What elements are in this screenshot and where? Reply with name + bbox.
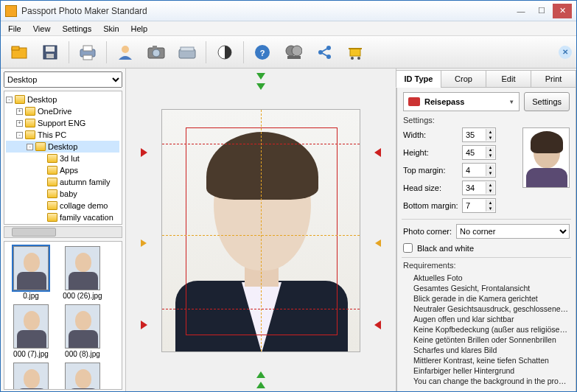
crop-topleft-icon[interactable]: [141, 148, 147, 157]
maximize-button[interactable]: ☐: [532, 4, 551, 18]
save-button[interactable]: [36, 40, 64, 65]
menu-settings[interactable]: Settings: [56, 23, 97, 35]
bottom-inner-handle-icon[interactable]: [256, 371, 265, 378]
spin-down-icon[interactable]: ▼: [486, 188, 494, 194]
svg-rect-4: [46, 54, 54, 58]
panel-close-icon[interactable]: ✕: [559, 46, 572, 59]
folder-icon: [47, 213, 57, 222]
tree-node[interactable]: -This PC: [6, 129, 119, 141]
requirement-item: Einfarbiger heller Hintergrund: [413, 365, 570, 376]
menu-skin[interactable]: Skin: [97, 23, 125, 35]
thumbnail-item[interactable]: 0.jpg: [9, 246, 53, 300]
open-button[interactable]: [5, 40, 33, 65]
bottom-handle-icon[interactable]: [256, 382, 265, 388]
top-handle-icon[interactable]: [256, 73, 265, 80]
svg-rect-25: [350, 49, 360, 56]
tree-node[interactable]: baby: [6, 188, 119, 200]
height-spinner[interactable]: 45▲▼: [462, 145, 496, 160]
spin-up-icon[interactable]: ▲: [486, 200, 494, 206]
spin-up-icon[interactable]: ▲: [486, 129, 494, 135]
crop-botleft-icon[interactable]: [141, 321, 147, 329]
tree-node[interactable]: +OneDrive: [6, 105, 119, 117]
help-button[interactable]: ?: [248, 40, 276, 65]
doc-type-select[interactable]: Reisepass ▼: [403, 92, 520, 111]
width-spinner[interactable]: 35▲▼: [462, 127, 496, 142]
tree-node[interactable]: -Desktop: [6, 141, 119, 153]
tree-node[interactable]: Apps: [6, 164, 119, 176]
tab-crop[interactable]: Crop: [441, 70, 486, 88]
top-inner-handle-icon[interactable]: [256, 83, 265, 90]
close-button[interactable]: ✕: [553, 4, 572, 18]
left-panel: Desktop -Desktop+OneDrive+Support ENG-Th…: [1, 69, 126, 392]
svg-point-27: [351, 57, 354, 60]
spin-up-icon[interactable]: ▲: [486, 164, 494, 170]
spin-up-icon[interactable]: ▲: [486, 182, 494, 188]
corner-select[interactable]: No corner: [456, 224, 570, 239]
passport-icon: [408, 97, 420, 106]
spin-down-icon[interactable]: ▼: [486, 206, 494, 211]
tree-scrollbar[interactable]: [4, 226, 122, 238]
tree-node[interactable]: family vacation: [6, 211, 119, 223]
menu-bar: FileViewSettingsSkinHelp: [1, 21, 576, 36]
thumbnail-item[interactable]: 000 (26).jpg: [60, 246, 105, 300]
crop-rectangle[interactable]: [186, 127, 338, 335]
menu-view[interactable]: View: [27, 23, 57, 35]
tree-node[interactable]: 3d lut: [6, 153, 119, 164]
tree-toggle-icon[interactable]: +: [16, 108, 23, 115]
thumbnail-item[interactable]: 000 (7).jpg: [9, 304, 53, 358]
thumbnail-item[interactable]: 000 (8).jpg: [60, 304, 105, 358]
thumbnail-grid[interactable]: 0.jpg000 (26).jpg000 (7).jpg000 (8).jpg0…: [4, 241, 122, 390]
tree-node[interactable]: +Support ENG: [6, 117, 119, 129]
doc-settings-button[interactable]: Settings: [524, 92, 570, 111]
crop-botright-icon[interactable]: [374, 321, 381, 329]
spin-down-icon[interactable]: ▼: [486, 153, 494, 158]
right-panel: ID TypeCropEditPrint Reisepass ▼ Setting…: [396, 69, 576, 392]
tree-node[interactable]: collage demo: [6, 200, 119, 211]
bottommargin-spinner[interactable]: 7▲▼: [462, 198, 496, 213]
tree-toggle-icon[interactable]: +: [16, 120, 23, 127]
minimize-button[interactable]: —: [511, 4, 531, 18]
tree-node[interactable]: autumn family: [6, 176, 119, 188]
location-select[interactable]: Desktop: [4, 71, 122, 88]
thumbnail-item[interactable]: photo (58).jpg: [60, 363, 105, 390]
menu-help[interactable]: Help: [125, 23, 154, 35]
folder-tree[interactable]: -Desktop+OneDrive+Support ENG-This PC-De…: [4, 91, 122, 225]
svg-rect-19: [287, 56, 301, 59]
field-label-height: Height:: [403, 148, 462, 157]
tree-label: family vacation: [60, 211, 113, 223]
svg-text:?: ?: [260, 49, 265, 57]
camera-button[interactable]: [142, 40, 170, 65]
requirement-item: Aktuelles Foto: [413, 273, 570, 283]
topmargin-spinner[interactable]: 4▲▼: [462, 163, 496, 178]
tree-toggle-icon[interactable]: -: [6, 97, 13, 103]
tab-edit[interactable]: Edit: [486, 70, 531, 88]
spin-up-icon[interactable]: ▲: [486, 147, 494, 153]
scanner-button[interactable]: [173, 40, 201, 65]
requirements-list: Aktuelles FotoGesamtes Gesicht, Frontala…: [413, 273, 570, 386]
photo-canvas[interactable]: [161, 109, 360, 352]
crop-topright-icon[interactable]: [374, 148, 381, 157]
svg-line-24: [322, 53, 327, 56]
headsize-spinner[interactable]: 34▲▼: [462, 181, 496, 195]
bottom-guide: [162, 309, 360, 309]
requirement-item: You can change the background in the pro…: [413, 376, 570, 386]
movie-button[interactable]: [279, 40, 307, 65]
print-button[interactable]: [74, 40, 102, 65]
share-button[interactable]: [310, 40, 338, 65]
levels-button[interactable]: [211, 40, 239, 65]
tree-toggle-icon[interactable]: -: [27, 144, 33, 150]
thumbnail-item[interactable]: 01.jpg: [9, 363, 53, 390]
tree-node[interactable]: -Desktop: [6, 94, 119, 105]
eye-left-icon[interactable]: [141, 239, 147, 247]
cart-button[interactable]: [341, 40, 369, 65]
tab-print[interactable]: Print: [531, 70, 576, 88]
user-button[interactable]: [111, 40, 139, 65]
tree-toggle-icon[interactable]: -: [16, 132, 23, 139]
spin-down-icon[interactable]: ▼: [486, 135, 494, 141]
spin-down-icon[interactable]: ▼: [486, 170, 494, 176]
thumbnail-caption: 0.jpg: [9, 292, 53, 300]
tab-id-type[interactable]: ID Type: [396, 70, 441, 88]
menu-file[interactable]: File: [2, 23, 27, 35]
bw-checkbox[interactable]: [403, 243, 413, 253]
eye-right-icon[interactable]: [375, 239, 381, 247]
